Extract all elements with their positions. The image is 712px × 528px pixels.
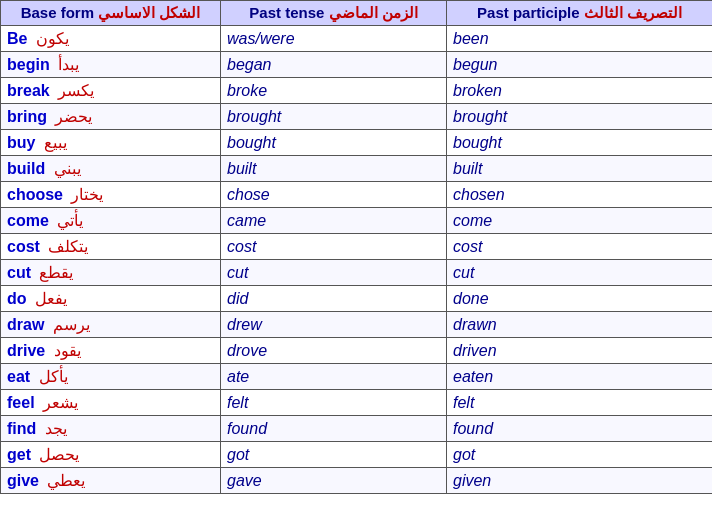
header-en-0: Base form [21,4,94,21]
past-participle-cell: broken [447,78,713,104]
base-form-cell: bring يحضر [1,104,221,130]
base-en: cut [7,264,31,281]
past-participle-cell: been [447,26,713,52]
past-tense-cell: was/were [221,26,447,52]
base-form-cell: get يحصل [1,442,221,468]
pp-word: broken [453,82,502,99]
base-form-cell: draw يرسم [1,312,221,338]
table-row: bring يحضرbroughtbrought [1,104,713,130]
header-ar-0: الشكل الاساسي [98,4,200,21]
base-form-cell: buy يبيع [1,130,221,156]
base-ar: يختار [71,185,103,204]
past-tense-cell: began [221,52,447,78]
past-tense-cell: gave [221,468,447,494]
base-en: choose [7,186,63,203]
past-participle-cell: cost [447,234,713,260]
past-word: drove [227,342,267,359]
past-word: built [227,160,256,177]
table-row: choose يختارchosechosen [1,182,713,208]
base-ar: يقود [54,341,81,360]
table-row: cut يقطعcutcut [1,260,713,286]
base-en: give [7,472,39,489]
base-en: do [7,290,27,307]
past-tense-cell: built [221,156,447,182]
pp-word: found [453,420,493,437]
base-form-cell: drive يقود [1,338,221,364]
pp-word: been [453,30,489,47]
past-participle-cell: found [447,416,713,442]
base-en: bring [7,108,47,125]
base-ar: يقطع [39,263,73,282]
past-word: found [227,420,267,437]
header-en-2: Past participle [477,4,580,21]
past-tense-cell: got [221,442,447,468]
past-word: felt [227,394,248,411]
base-form-cell: build يبني [1,156,221,182]
past-tense-cell: broke [221,78,447,104]
base-ar: يبني [54,159,81,178]
past-participle-cell: given [447,468,713,494]
column-header-1: Past tense الزمن الماضي [221,1,447,26]
column-header-2: Past participle التصريف الثالث [447,1,713,26]
table-row: do يفعلdiddone [1,286,713,312]
table-row: buy يبيعboughtbought [1,130,713,156]
base-ar: يأكل [39,367,68,386]
base-form-cell: choose يختار [1,182,221,208]
table-row: eat يأكلateeaten [1,364,713,390]
past-tense-cell: chose [221,182,447,208]
past-tense-cell: found [221,416,447,442]
past-tense-cell: drew [221,312,447,338]
base-ar: يبدأ [58,55,79,74]
base-en: eat [7,368,30,385]
past-participle-cell: bought [447,130,713,156]
base-ar: يحصل [39,445,79,464]
pp-word: cut [453,264,474,281]
header-ar-2: التصريف الثالث [584,4,682,21]
base-ar: يكون [36,29,69,48]
base-ar: يتكلف [48,237,88,256]
base-form-cell: Be يكون [1,26,221,52]
table-row: break يكسرbrokebroken [1,78,713,104]
pp-word: done [453,290,489,307]
past-word: began [227,56,272,73]
pp-word: eaten [453,368,493,385]
past-word: bought [227,134,276,151]
past-word: gave [227,472,262,489]
past-word: brought [227,108,281,125]
header-ar-1: الزمن الماضي [329,4,418,21]
past-tense-cell: felt [221,390,447,416]
base-ar: يعطي [47,471,85,490]
past-tense-cell: drove [221,338,447,364]
base-en: build [7,160,45,177]
past-participle-cell: driven [447,338,713,364]
pp-word: felt [453,394,474,411]
base-en: cost [7,238,40,255]
table-row: cost يتكلفcostcost [1,234,713,260]
base-ar: يكسر [58,81,94,100]
base-en: begin [7,56,50,73]
table-row: build يبنيbuiltbuilt [1,156,713,182]
past-word: ate [227,368,249,385]
base-ar: يجد [45,419,67,438]
table-row: come يأتيcamecome [1,208,713,234]
base-en: buy [7,134,35,151]
column-header-0: Base form الشكل الاساسي [1,1,221,26]
table-row: get يحصلgotgot [1,442,713,468]
pp-word: drawn [453,316,497,333]
table-row: give يعطيgavegiven [1,468,713,494]
base-en: break [7,82,50,99]
pp-word: chosen [453,186,505,203]
past-tense-cell: bought [221,130,447,156]
base-ar: يأتي [57,211,83,230]
base-en: draw [7,316,44,333]
base-form-cell: find يجد [1,416,221,442]
table-row: begin يبدأbeganbegun [1,52,713,78]
past-participle-cell: brought [447,104,713,130]
past-participle-cell: built [447,156,713,182]
base-ar: يشعر [43,393,78,412]
past-tense-cell: brought [221,104,447,130]
table-header-row: Base form الشكل الاساسيPast tense الزمن … [1,1,713,26]
past-word: broke [227,82,267,99]
past-word: cut [227,264,248,281]
past-word: came [227,212,266,229]
